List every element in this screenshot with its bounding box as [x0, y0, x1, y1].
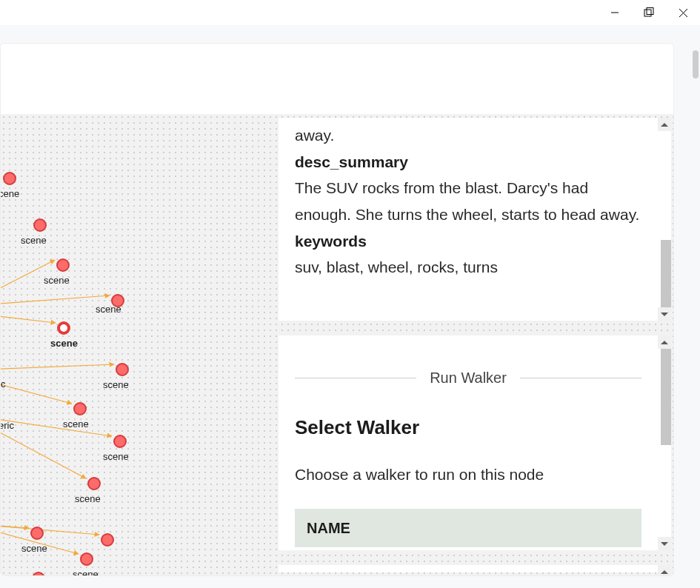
scrollbar-thumb[interactable] [661, 240, 671, 314]
chevron-up-icon [661, 123, 668, 127]
details-content: away. desc_summary The SUV rocks from th… [279, 118, 658, 321]
dropdown-label: NAME [307, 515, 350, 541]
graph-node[interactable] [33, 218, 47, 232]
graph-node[interactable] [101, 533, 114, 547]
field-value: The SUV rocks from the blast. Darcy's ha… [295, 175, 641, 227]
graph-node-label: scene [73, 569, 99, 576]
graph-node[interactable] [56, 258, 70, 272]
graph-node-label: scene [103, 379, 129, 390]
graph-node[interactable] [113, 435, 127, 448]
walker-dropdown[interactable]: NAME [295, 509, 641, 547]
graph-node[interactable] [116, 363, 129, 376]
graph-node-label: scene [44, 275, 70, 286]
truncated-text: away. [295, 122, 641, 149]
graph-node-label: scene [21, 235, 47, 246]
window-titlebar [0, 0, 700, 25]
scroll-down-button[interactable] [658, 307, 671, 321]
window-scrollbar[interactable] [693, 50, 699, 588]
graph-edge [1, 425, 86, 478]
graph-node[interactable] [80, 552, 93, 566]
close-icon [679, 8, 688, 18]
graph-node-label: scene [96, 304, 121, 315]
svg-rect-2 [647, 8, 653, 15]
graph-node-label: scene [103, 451, 129, 462]
field-label: desc_summary [295, 149, 641, 176]
section-title: Run Walker [430, 365, 507, 390]
graph-node-label: scene [21, 543, 47, 554]
instruction-text: Choose a walker to run on this node [295, 461, 641, 488]
minimize-icon [610, 8, 619, 17]
chevron-down-icon [661, 542, 668, 546]
graph-node[interactable] [73, 402, 87, 415]
graph-node-selected[interactable] [57, 321, 70, 335]
scrollbar-thumb[interactable] [661, 349, 671, 445]
right-column: away. desc_summary The SUV rocks from th… [279, 118, 671, 573]
graph-node-label: scene [75, 493, 101, 504]
scroll-down-button[interactable] [658, 537, 671, 550]
graph-node-label: scene [50, 338, 78, 349]
scroll-up-button[interactable] [658, 565, 671, 576]
graph-node[interactable] [3, 172, 16, 185]
app-panel: cenescenescenescenescenescenescenescenes… [0, 43, 674, 576]
run-walker-panel: Run Walker Select Walker Choose a walker… [279, 335, 671, 550]
field-value: suv, blast, wheel, rocks, turns [295, 254, 641, 281]
section-divider: Run Walker [295, 365, 641, 390]
graph-node[interactable] [30, 527, 44, 540]
graph-edge [1, 418, 112, 436]
scrollbar-thumb[interactable] [693, 50, 699, 78]
graph-edge [1, 525, 99, 535]
graph-canvas[interactable]: cenescenescenescenescenescenescenescenes… [1, 114, 275, 576]
graph-edge [1, 295, 110, 305]
graph-node-label: cene [0, 188, 19, 199]
truncated-label: ic [0, 378, 5, 390]
graph-node[interactable] [87, 477, 101, 490]
graph-edge [1, 314, 56, 323]
chevron-up-icon [661, 341, 668, 344]
graph-node-label: scene [63, 418, 89, 430]
chevron-down-icon [661, 313, 668, 316]
graph-edge [1, 381, 72, 404]
next-panel-peek [279, 565, 671, 572]
maximize-icon [644, 7, 654, 18]
workspace: cenescenescenescenescenescenescenescenes… [1, 114, 674, 576]
truncated-label: eric [0, 420, 14, 431]
scroll-up-button[interactable] [658, 118, 671, 131]
field-label: keywords [295, 228, 641, 255]
close-button[interactable] [666, 0, 700, 25]
node-details-panel: away. desc_summary The SUV rocks from th… [279, 118, 671, 321]
app-outer: cenescenescenescenescenescenescenescenes… [0, 25, 700, 588]
scroll-up-button[interactable] [658, 335, 671, 349]
select-walker-heading: Select Walker [295, 411, 641, 444]
svg-rect-1 [644, 10, 651, 16]
chevron-up-icon [661, 570, 668, 574]
minimize-button[interactable] [598, 0, 632, 25]
graph-edge [1, 364, 114, 370]
edges-layer [1, 114, 275, 576]
maximize-button[interactable] [632, 0, 666, 25]
